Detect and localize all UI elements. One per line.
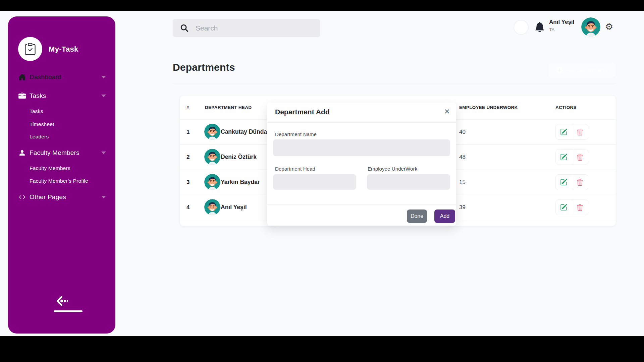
app-title: My-Task [49, 45, 78, 54]
avatar [204, 199, 220, 215]
clipboard-check-icon [24, 43, 36, 55]
sidebar-subitem-faculty-member-profile[interactable]: Faculty Member's Profile [30, 176, 88, 186]
search-input[interactable] [195, 24, 316, 33]
user-avatar[interactable] [581, 17, 600, 37]
search-icon [180, 24, 189, 33]
chevron-down-icon [101, 152, 106, 154]
column-header-actions: ACTIONS [555, 96, 577, 119]
department-head-input[interactable] [273, 174, 356, 190]
department-head-name: Anıl Yeşil [221, 195, 247, 220]
sidebar-subitem-label: Timesheet [30, 121, 54, 127]
modal-title: Department Add [275, 108, 330, 116]
sidebar-collapse-button[interactable] [54, 295, 70, 307]
edit-icon [560, 204, 567, 211]
row-index: 2 [186, 144, 190, 170]
user-role: TA [549, 27, 554, 32]
modal-footer-divider [267, 204, 456, 205]
row-index: 1 [186, 119, 190, 144]
modal-header: Department Add ✕ [267, 103, 456, 123]
row-index: 4 [186, 195, 190, 220]
column-header-department-head: DEPARTMENT HEAD [205, 96, 252, 119]
employee-underwork-value: 48 [459, 144, 466, 170]
edit-button[interactable] [556, 149, 572, 165]
letterbox-bottom [0, 336, 644, 362]
avatar [204, 149, 220, 165]
department-name-label: Department Name [275, 131, 317, 137]
trash-icon [577, 179, 583, 186]
sidebar-item-other-pages[interactable]: Other Pages [8, 190, 115, 204]
sidebar-subitem-timesheet[interactable]: Timesheet [30, 119, 54, 129]
chevron-down-icon [101, 196, 106, 198]
close-icon[interactable]: ✕ [444, 108, 450, 116]
department-head-label: Department Head [275, 166, 315, 172]
letterbox-top [0, 0, 644, 11]
title-divider [173, 84, 616, 84]
sidebar-subitem-label: Leaders [30, 134, 49, 140]
sidebar-subitem-leaders[interactable]: Leaders [30, 132, 49, 142]
department-add-modal: Department Add ✕ Department Name Departm… [267, 103, 456, 226]
page-title: Departments [173, 62, 235, 73]
column-header-index: # [186, 96, 189, 119]
sidebar-item-tasks[interactable]: Tasks [8, 89, 115, 103]
employee-underwork-value: 39 [459, 195, 466, 220]
sidebar-subitem-label: Tasks [30, 108, 43, 114]
sidebar-item-label: Tasks [30, 92, 46, 100]
search-box [173, 19, 320, 37]
trash-icon [577, 129, 583, 135]
sidebar-item-label: Faculty Members [30, 149, 79, 157]
department-head-name: Cankutay Dündar [221, 119, 269, 144]
delete-button[interactable] [572, 149, 588, 165]
sidebar-item-faculty-members[interactable]: Faculty Members [8, 146, 115, 160]
department-name-input[interactable] [273, 139, 450, 156]
edit-icon [560, 179, 567, 186]
sidebar-subitem-tasks[interactable]: Tasks [30, 106, 43, 116]
employee-underwork-input[interactable] [367, 174, 450, 190]
employee-underwork-label: Employee UnderWork [368, 166, 417, 172]
sidebar: My-Task Dashboard Tasks Tasks Timesheet … [8, 16, 115, 334]
sidebar-subitem-label: Faculty Member's Profile [30, 178, 88, 184]
sidebar-item-label: Dashboard [30, 73, 61, 81]
department-head-name: Deniz Öztürk [221, 144, 257, 170]
user-name: Anıl Yeşil [549, 19, 574, 25]
status-circle[interactable] [514, 20, 529, 35]
column-header-employee-underwork: EMPLOYEE UNDERWORK [459, 96, 518, 119]
home-icon [18, 73, 26, 81]
department-head-name: Yarkın Baydar [221, 170, 260, 195]
sidebar-subitem-label: Faculty Members [30, 165, 70, 171]
gear-icon[interactable]: ⚙ [605, 22, 613, 31]
app-viewport: My-Task Dashboard Tasks Tasks Timesheet … [0, 11, 644, 336]
avatar [204, 174, 220, 190]
row-index: 3 [186, 170, 190, 195]
delete-button[interactable] [572, 124, 588, 139]
chevron-down-icon [101, 76, 106, 78]
sidebar-item-label: Other Pages [30, 193, 66, 201]
trash-icon [577, 204, 583, 211]
employee-underwork-value: 15 [459, 170, 466, 195]
collapse-arrow-icon [54, 295, 70, 307]
person-icon [18, 149, 26, 157]
edit-icon [560, 154, 567, 161]
delete-button[interactable] [572, 200, 588, 215]
done-button[interactable]: Done [407, 209, 427, 223]
add-departments-label: Add Departments [566, 67, 608, 73]
edit-button[interactable] [556, 200, 572, 215]
edit-icon [560, 128, 567, 135]
employee-underwork-value: 40 [459, 119, 466, 144]
row-actions [555, 174, 588, 190]
chevron-down-icon [101, 95, 106, 97]
sidebar-subitem-faculty-members[interactable]: Faculty Members [30, 163, 70, 173]
modal-add-button[interactable]: Add [434, 209, 455, 223]
trash-icon [577, 154, 583, 161]
app-logo[interactable] [18, 37, 42, 61]
edit-button[interactable] [556, 175, 572, 190]
avatar [204, 124, 220, 140]
plus-circle-icon [556, 67, 563, 74]
code-icon [18, 193, 26, 201]
notifications-bell-icon[interactable] [535, 22, 545, 34]
delete-button[interactable] [572, 175, 588, 190]
edit-button[interactable] [556, 124, 572, 139]
sidebar-collapse-underline [54, 310, 83, 312]
sidebar-item-dashboard[interactable]: Dashboard [8, 70, 115, 84]
row-actions [555, 124, 588, 140]
add-departments-button[interactable]: Add Departments [549, 63, 615, 77]
